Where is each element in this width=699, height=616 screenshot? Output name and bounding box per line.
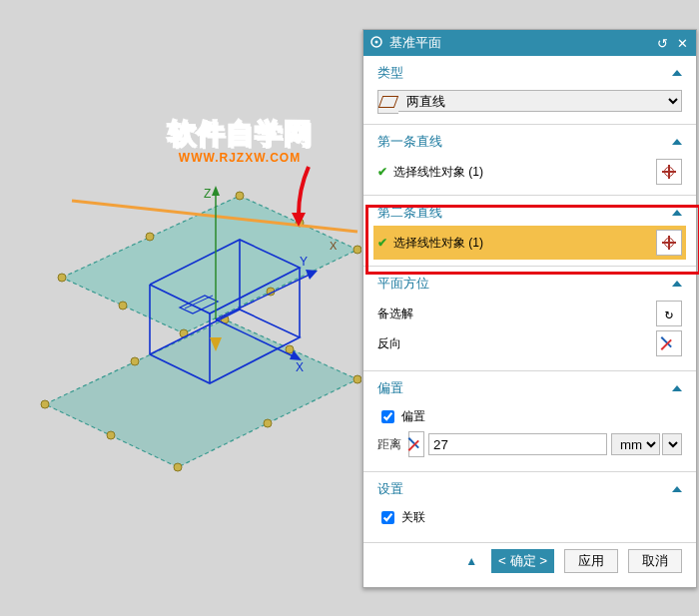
group-type: 类型 两直线: [363, 56, 696, 124]
svg-point-5: [174, 463, 182, 471]
svg-marker-26: [212, 186, 220, 196]
assoc-checkbox-label: 关联: [401, 509, 425, 526]
svg-point-35: [375, 40, 378, 43]
panel-header[interactable]: 基准平面 ↺ ✕: [363, 30, 696, 56]
distance-input[interactable]: [428, 433, 607, 455]
svg-point-7: [236, 192, 244, 200]
svg-text:X: X: [330, 240, 338, 252]
cycle-icon: ↻: [665, 306, 673, 321]
svg-point-13: [107, 431, 115, 439]
line2-pick-button[interactable]: [656, 230, 682, 256]
datum-plane-panel: 基准平面 ↺ ✕ 类型 两直线 第一条直: [362, 29, 697, 588]
group-head-line2[interactable]: 第二条直线: [377, 204, 682, 222]
collapse-all-icon[interactable]: ▲: [461, 554, 481, 568]
axis-y-label: Y: [300, 255, 308, 269]
offset-checkbox[interactable]: [381, 410, 394, 423]
svg-point-10: [131, 357, 139, 365]
undo-icon[interactable]: ↺: [654, 36, 670, 51]
caret-up-icon: [672, 385, 682, 391]
type-combo[interactable]: 两直线: [377, 90, 682, 114]
svg-point-2: [41, 400, 49, 408]
check-icon: ✔: [377, 236, 387, 250]
assoc-checkbox-wrap[interactable]: 关联: [377, 508, 425, 527]
plane-type-icon: [377, 90, 398, 114]
reverse-button[interactable]: [656, 330, 682, 356]
crosshair-icon: [662, 236, 676, 250]
alternate-button[interactable]: ↻: [656, 301, 682, 326]
viewport-3d[interactable]: Z X Y X 软件自学网 WWW.RJZXW.COM: [0, 0, 361, 616]
line2-pick-row[interactable]: ✔ 选择线性对象 (1): [373, 226, 686, 260]
svg-point-14: [146, 233, 154, 241]
caret-up-icon: [672, 70, 682, 76]
assoc-checkbox[interactable]: [381, 511, 394, 524]
caret-up-icon: [672, 210, 682, 216]
close-icon[interactable]: ✕: [674, 36, 690, 51]
group-line2: 第二条直线 ✔ 选择线性对象 (1): [363, 195, 696, 266]
group-orient: 平面方位 备选解 ↻ 反向: [363, 266, 696, 370]
group-head-offset[interactable]: 偏置: [377, 379, 682, 397]
cancel-button[interactable]: 取消: [628, 549, 682, 573]
crosshair-icon: [662, 165, 676, 179]
caret-up-icon: [672, 281, 682, 287]
svg-point-4: [353, 375, 361, 383]
line1-pick-row[interactable]: ✔ 选择线性对象 (1): [377, 159, 682, 185]
line1-pick-button[interactable]: [656, 159, 682, 185]
distance-label: 距离: [377, 436, 408, 453]
svg-point-17: [119, 302, 127, 309]
svg-marker-31: [306, 270, 318, 280]
type-select[interactable]: 两直线: [398, 90, 682, 112]
swap-icon: [409, 437, 423, 451]
svg-point-8: [353, 246, 361, 254]
line2-pick-label: 选择线性对象 (1): [393, 235, 650, 252]
gear-icon: [369, 35, 383, 52]
panel-title: 基准平面: [389, 34, 650, 52]
alternate-label: 备选解: [377, 306, 656, 322]
ok-button[interactable]: < 确定 >: [491, 549, 554, 573]
svg-point-12: [264, 419, 272, 427]
reverse-icon: [662, 336, 676, 350]
group-offset: 偏置 偏置 距离 mm: [363, 370, 696, 471]
group-head-line1[interactable]: 第一条直线: [377, 133, 682, 151]
distance-extra-select[interactable]: [662, 433, 682, 455]
group-head-settings[interactable]: 设置: [377, 480, 682, 498]
line1-pick-label: 选择线性对象 (1): [393, 164, 650, 181]
axis-x-label: X: [296, 360, 304, 374]
caret-up-icon: [672, 139, 682, 145]
axis-z-label: Z: [204, 187, 211, 201]
check-icon: ✔: [377, 165, 387, 179]
offset-checkbox-wrap[interactable]: 偏置: [377, 407, 425, 426]
distance-mode-button[interactable]: [408, 431, 424, 457]
svg-point-11: [286, 345, 294, 353]
group-head-orient[interactable]: 平面方位: [377, 275, 682, 293]
caret-up-icon: [672, 486, 682, 492]
panel-footer: ▲ < 确定 > 应用 取消: [363, 542, 696, 583]
unit-select[interactable]: mm: [611, 433, 660, 455]
group-head-type[interactable]: 类型: [377, 64, 682, 82]
reverse-label: 反向: [377, 335, 656, 352]
apply-button[interactable]: 应用: [564, 549, 618, 573]
svg-marker-0: [45, 319, 357, 467]
group-settings: 设置 关联: [363, 471, 696, 542]
svg-point-6: [58, 274, 66, 282]
group-line1: 第一条直线 ✔ 选择线性对象 (1): [363, 124, 696, 195]
offset-checkbox-label: 偏置: [401, 408, 425, 425]
